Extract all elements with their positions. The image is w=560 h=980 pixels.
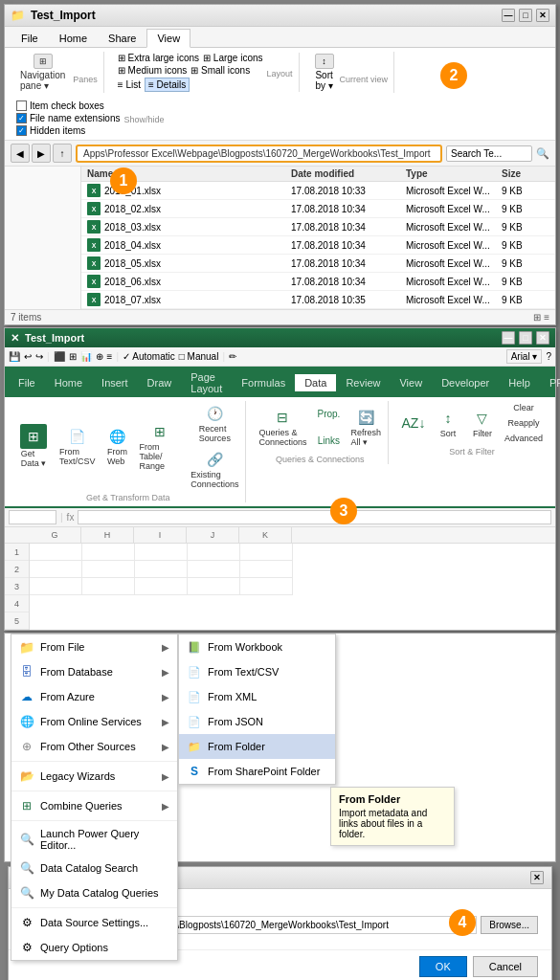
excel-tab-insert[interactable]: Insert (92, 374, 138, 391)
large-icons-option[interactable]: ⊞ Large icons (203, 53, 262, 63)
get-data-button[interactable]: ⊞ GetData ▾ (14, 422, 53, 470)
tool-5[interactable]: ≡ (107, 351, 113, 362)
menu-from-database[interactable]: 🗄 From Database ▶ (11, 659, 177, 684)
tab-home[interactable]: Home (49, 29, 98, 47)
file-row[interactable]: X 2018_07.xlsx 17.08.2018 10:35 Microsof… (81, 291, 555, 309)
undo-tool[interactable]: ↩ (24, 351, 32, 362)
navigation-pane-button[interactable]: ⊞ Navigationpane ▾ (16, 52, 69, 93)
menu-legacy[interactable]: 📂 Legacy Wizards ▶ (11, 764, 177, 789)
browse-button[interactable]: Browse... (481, 916, 538, 934)
cell-i2[interactable] (135, 561, 188, 578)
advanced-button[interactable]: Advanced (502, 432, 546, 445)
excel-tab-pro[interactable]: PRO (540, 374, 560, 391)
sub-from-json[interactable]: 📄 From JSON (179, 709, 335, 734)
from-text-csv-button[interactable]: 📄 FromText/CSV (56, 424, 99, 468)
excel-maximize[interactable]: □ (519, 331, 532, 345)
excel-tab-data[interactable]: Data (295, 374, 336, 391)
menu-data-source[interactable]: ⚙ Data Source Settings... (11, 910, 177, 935)
existing-connections-button[interactable]: 🔗 ExistingConnections (188, 447, 241, 491)
menu-from-online[interactable]: 🌐 From Online Services ▶ (11, 709, 177, 734)
cell-k2[interactable] (240, 561, 293, 578)
excel-tab-review[interactable]: Review (336, 374, 390, 391)
file-row[interactable]: X 2018_04.xlsx 17.08.2018 10:34 Microsof… (81, 236, 555, 255)
cell-j3[interactable] (188, 578, 240, 595)
minimize-button[interactable]: — (502, 9, 515, 22)
cell-i3[interactable] (135, 578, 188, 595)
from-web-button[interactable]: 🌐 FromWeb (102, 424, 133, 468)
formula-input[interactable] (78, 510, 551, 524)
cell-k1[interactable] (240, 544, 293, 561)
tab-file[interactable]: File (11, 29, 49, 47)
tool-4[interactable]: ⊕ (96, 351, 103, 362)
cell-h2[interactable] (82, 561, 135, 578)
refresh-all-button[interactable]: 🔄 RefreshAll ▾ (347, 405, 384, 449)
cell-g3[interactable] (30, 578, 82, 595)
az-sort-button[interactable]: AZ↓ (398, 411, 429, 435)
menu-launch-pqe[interactable]: 🔍 Launch Power Query Editor... (11, 823, 177, 856)
reapply-button[interactable]: Reapply (502, 416, 546, 430)
hidden-items-checkbox[interactable]: ✓ (16, 125, 27, 136)
tab-view[interactable]: View (146, 29, 190, 48)
properties-button[interactable]: Prop. (313, 401, 344, 426)
from-table-range-button[interactable]: ⊞ From Table/Range (137, 419, 185, 473)
cell-h3[interactable] (82, 578, 135, 595)
excel-tab-developer[interactable]: Developer (432, 374, 499, 391)
sub-from-folder[interactable]: 📁 From Folder (179, 734, 335, 759)
menu-from-other[interactable]: ⊕ From Other Sources ▶ (11, 734, 177, 759)
menu-query-options[interactable]: ⚙ Query Options (11, 935, 177, 960)
sub-from-textcsv[interactable]: 📄 From Text/CSV (179, 659, 335, 684)
file-row[interactable]: X 2018_02.xlsx 17.08.2018 10:34 Microsof… (81, 200, 555, 218)
cell-h1[interactable] (82, 544, 135, 561)
sort-by-button[interactable]: ↕ Sortby ▾ (313, 52, 336, 93)
forward-button[interactable]: ▶ (32, 144, 51, 163)
close-button[interactable]: ✕ (536, 9, 549, 22)
file-name-extensions-option[interactable]: ✓ File name extensions (16, 113, 121, 123)
menu-catalog[interactable]: 🔍 Data Catalog Search (11, 856, 177, 880)
extra-large-icons-option[interactable]: ⊞ Extra large icons (118, 53, 199, 63)
list-option[interactable]: ≡ List (118, 79, 141, 90)
menu-from-file[interactable]: 📁 From File ▶ (11, 635, 177, 659)
maximize-button[interactable]: □ (519, 9, 532, 22)
tab-share[interactable]: Share (98, 29, 146, 47)
cell-j2[interactable] (188, 561, 240, 578)
excel-tab-home[interactable]: Home (45, 374, 92, 391)
excel-tab-file[interactable]: File (9, 374, 45, 391)
paint-icon[interactable]: ✏ (229, 351, 236, 362)
font-help[interactable]: ? (546, 351, 551, 362)
cell-g2[interactable] (30, 561, 82, 578)
sub-from-workbook[interactable]: 📗 From Workbook (179, 635, 335, 659)
file-name-extensions-checkbox[interactable]: ✓ (16, 113, 27, 123)
filter-button[interactable]: ▽ Filter (467, 406, 498, 440)
excel-tab-pagelayout[interactable]: Page Layout (181, 368, 232, 397)
cell-j1[interactable] (188, 544, 240, 561)
excel-tab-draw[interactable]: Draw (138, 374, 182, 391)
excel-minimize[interactable]: — (502, 331, 515, 345)
menu-my-data[interactable]: 🔍 My Data Catalog Queries (11, 880, 177, 905)
edit-links-button[interactable]: Links (313, 428, 344, 453)
medium-icons-option[interactable]: ⊞ Medium icons (118, 65, 187, 76)
excel-tab-formulas[interactable]: Formulas (232, 374, 295, 391)
file-row[interactable]: X 2018_05.xlsx 17.08.2018 10:34 Microsof… (81, 255, 555, 273)
up-button[interactable]: ↑ (53, 144, 72, 163)
sort-button[interactable]: ↕ Sort (433, 406, 463, 440)
search-box[interactable]: Search Te... (446, 145, 532, 162)
cell-g1[interactable] (30, 544, 82, 561)
dialog-close-button[interactable]: ✕ (530, 871, 544, 884)
tool-3[interactable]: 📊 (80, 351, 92, 362)
redo-tool[interactable]: ↪ (35, 351, 43, 362)
tool-2[interactable]: ⊞ (69, 351, 77, 362)
excel-tab-help[interactable]: Help (499, 374, 540, 391)
item-check-boxes-checkbox[interactable] (16, 100, 27, 111)
address-box[interactable]: Apps\Professor Excel\Webpage\Blogposts\1… (76, 145, 442, 163)
recent-sources-button[interactable]: 🕐 RecentSources (188, 401, 241, 445)
small-icons-option[interactable]: ⊞ Small icons (190, 65, 250, 76)
details-option[interactable]: ≡ Details (145, 78, 190, 92)
sub-from-sharepoint[interactable]: S From SharePoint Folder (179, 759, 335, 784)
file-row[interactable]: X 2018_01.xlsx 17.08.2018 10:33 Microsof… (81, 182, 555, 200)
clear-button[interactable]: Clear (502, 401, 546, 414)
cell-i1[interactable] (135, 544, 188, 561)
name-box[interactable] (9, 510, 56, 524)
menu-combine[interactable]: ⊞ Combine Queries ▶ (11, 793, 177, 818)
tool-1[interactable]: ⬛ (54, 351, 65, 362)
cell-k3[interactable] (240, 578, 293, 595)
